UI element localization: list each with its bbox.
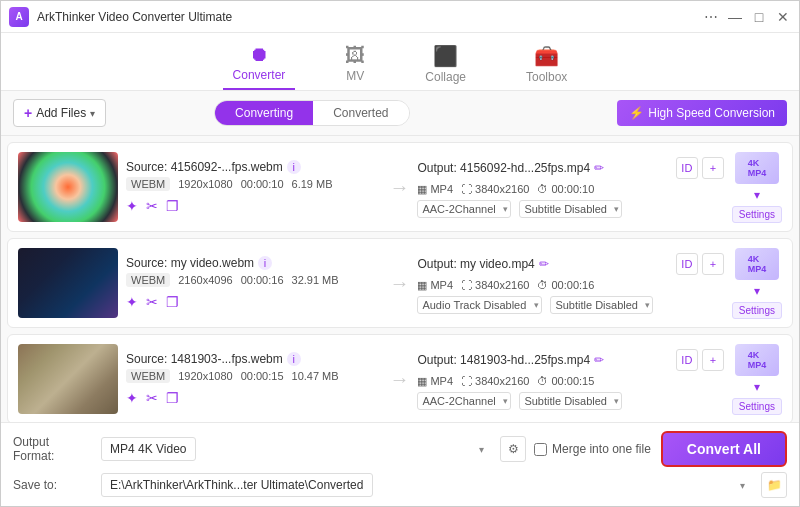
format-badge-2: WEBM xyxy=(126,273,170,287)
duration-1: 00:00:10 xyxy=(241,178,284,190)
resolution-3: 1920x1080 xyxy=(178,370,232,382)
nav-mv[interactable]: 🖼 MV xyxy=(335,40,375,89)
output-name-1: Output: 4156092-hd...25fps.mp4 xyxy=(417,161,590,175)
out-icon-add-2[interactable]: + xyxy=(702,253,724,275)
nav-toolbox[interactable]: 🧰 Toolbox xyxy=(516,40,577,90)
nav-collage[interactable]: ⬛ Collage xyxy=(415,40,476,90)
film-icon-1: ▦ xyxy=(417,183,427,196)
edit-icon-2[interactable]: ✏ xyxy=(539,257,549,271)
res-icon-2: ⛶ xyxy=(461,279,472,291)
out-format-badge-3: ▦ MP4 xyxy=(417,375,453,388)
size-3: 10.47 MB xyxy=(292,370,339,382)
high-speed-button[interactable]: ⚡ High Speed Conversion xyxy=(617,100,787,126)
nav-converter-label: Converter xyxy=(233,68,286,82)
save-to-select[interactable]: E:\ArkThinker\ArkThink...ter Ultimate\Co… xyxy=(101,473,373,497)
info-icon-1[interactable]: i xyxy=(287,160,301,174)
tab-converting[interactable]: Converting xyxy=(215,101,313,125)
output-section-2: Output: my video.mp4 ✏ ID + ▦ MP4 ⛶ 3840… xyxy=(417,253,723,314)
file-item-3: Source: 1481903-...fps.webm i WEBM 1920x… xyxy=(7,334,793,422)
browse-folder-icon[interactable]: 📁 xyxy=(761,472,787,498)
res-icon-1: ⛶ xyxy=(461,183,472,195)
copy-icon-2[interactable]: ❐ xyxy=(166,294,179,310)
settings-chevron-2[interactable]: ▾ xyxy=(754,284,760,298)
menu-icon[interactable]: ⋯ xyxy=(703,9,719,25)
output-format-select[interactable]: MP4 4K Video xyxy=(101,437,196,461)
settings-thumb-1: 4KMP4 xyxy=(735,152,779,184)
file-item-1: Source: 4156092-...fps.webm i WEBM 1920x… xyxy=(7,142,793,232)
copy-icon-3[interactable]: ❐ xyxy=(166,390,179,406)
out-dur-badge-2: ⏱ 00:00:16 xyxy=(537,279,594,291)
source-name-1: Source: 4156092-...fps.webm xyxy=(126,160,283,174)
source-name-3: Source: 1481903-...fps.webm xyxy=(126,352,283,366)
wand-icon-3[interactable]: ✦ xyxy=(126,390,138,406)
edit-icon-3[interactable]: ✏ xyxy=(594,353,604,367)
audio-select-1[interactable]: AAC-2Channel xyxy=(417,200,511,218)
nav-collage-label: Collage xyxy=(425,70,466,84)
file-info-1: Source: 4156092-...fps.webm i WEBM 1920x… xyxy=(126,160,381,214)
subtitle-select-3[interactable]: Subtitle Disabled xyxy=(519,392,622,410)
scissors-icon-3[interactable]: ✂ xyxy=(146,390,158,406)
copy-icon-1[interactable]: ❐ xyxy=(166,198,179,214)
convert-all-button[interactable]: Convert All xyxy=(661,431,787,467)
scissors-icon-1[interactable]: ✂ xyxy=(146,198,158,214)
settings-col-2: 4KMP4 ▾ Settings xyxy=(732,248,782,319)
merge-label: Merge into one file xyxy=(552,442,651,456)
close-button[interactable]: ✕ xyxy=(775,9,791,25)
collage-icon: ⬛ xyxy=(433,44,458,68)
out-icon-add-3[interactable]: + xyxy=(702,349,724,371)
bottom-bar: Output Format: MP4 4K Video ⚙ Merge into… xyxy=(1,422,799,506)
info-icon-2[interactable]: i xyxy=(258,256,272,270)
thumbnail-1 xyxy=(18,152,118,222)
file-list: Source: 4156092-...fps.webm i WEBM 1920x… xyxy=(1,136,799,422)
bottom-actions: Merge into one file Convert All xyxy=(534,431,787,467)
audio-select-2[interactable]: Audio Track Disabled xyxy=(417,296,542,314)
clock-icon-1: ⏱ xyxy=(537,183,548,195)
out-res-badge-2: ⛶ 3840x2160 xyxy=(461,279,529,291)
minimize-button[interactable]: — xyxy=(727,9,743,25)
scissors-icon-2[interactable]: ✂ xyxy=(146,294,158,310)
wand-icon-1[interactable]: ✦ xyxy=(126,198,138,214)
out-icon-id-2[interactable]: ID xyxy=(676,253,698,275)
settings-button-3[interactable]: Settings xyxy=(732,398,782,415)
settings-button-1[interactable]: Settings xyxy=(732,206,782,223)
subtitle-select-1[interactable]: Subtitle Disabled xyxy=(519,200,622,218)
thumbnail-3 xyxy=(18,344,118,414)
settings-thumb-3: 4KMP4 xyxy=(735,344,779,376)
out-icon-id-1[interactable]: ID xyxy=(676,157,698,179)
output-format-row: Output Format: MP4 4K Video ⚙ Merge into… xyxy=(13,431,787,467)
output-format-settings-icon[interactable]: ⚙ xyxy=(500,436,526,462)
window-controls: ⋯ — □ ✕ xyxy=(703,9,791,25)
output-name-2: Output: my video.mp4 xyxy=(417,257,534,271)
merge-checkbox[interactable] xyxy=(534,443,547,456)
settings-chevron-3[interactable]: ▾ xyxy=(754,380,760,394)
audio-select-3[interactable]: AAC-2Channel xyxy=(417,392,511,410)
arrow-icon-3: → xyxy=(389,368,409,391)
file-info-3: Source: 1481903-...fps.webm i WEBM 1920x… xyxy=(126,352,381,406)
source-name-2: Source: my video.webm xyxy=(126,256,254,270)
nav-converter[interactable]: ⏺ Converter xyxy=(223,39,296,90)
file-info-2: Source: my video.webm i WEBM 2160x4096 0… xyxy=(126,256,381,310)
app-logo: A xyxy=(9,7,29,27)
out-dur-badge-1: ⏱ 00:00:10 xyxy=(537,183,594,195)
format-badge-1: WEBM xyxy=(126,177,170,191)
info-icon-3[interactable]: i xyxy=(287,352,301,366)
main-nav: ⏺ Converter 🖼 MV ⬛ Collage 🧰 Toolbox xyxy=(1,33,799,91)
size-2: 32.91 MB xyxy=(292,274,339,286)
duration-3: 00:00:15 xyxy=(241,370,284,382)
tab-converted[interactable]: Converted xyxy=(313,101,408,125)
save-to-label: Save to: xyxy=(13,478,93,492)
toolbar: + Add Files ▾ Converting Converted ⚡ Hig… xyxy=(1,91,799,136)
out-icon-id-3[interactable]: ID xyxy=(676,349,698,371)
settings-button-2[interactable]: Settings xyxy=(732,302,782,319)
subtitle-select-2[interactable]: Subtitle Disabled xyxy=(550,296,653,314)
wand-icon-2[interactable]: ✦ xyxy=(126,294,138,310)
add-files-button[interactable]: + Add Files ▾ xyxy=(13,99,106,127)
out-icon-add-1[interactable]: + xyxy=(702,157,724,179)
add-files-label: Add Files xyxy=(36,106,86,120)
maximize-button[interactable]: □ xyxy=(751,9,767,25)
save-to-row: Save to: E:\ArkThinker\ArkThink...ter Ul… xyxy=(13,472,787,498)
resolution-2: 2160x4096 xyxy=(178,274,232,286)
edit-icon-1[interactable]: ✏ xyxy=(594,161,604,175)
clock-icon-2: ⏱ xyxy=(537,279,548,291)
settings-chevron-1[interactable]: ▾ xyxy=(754,188,760,202)
